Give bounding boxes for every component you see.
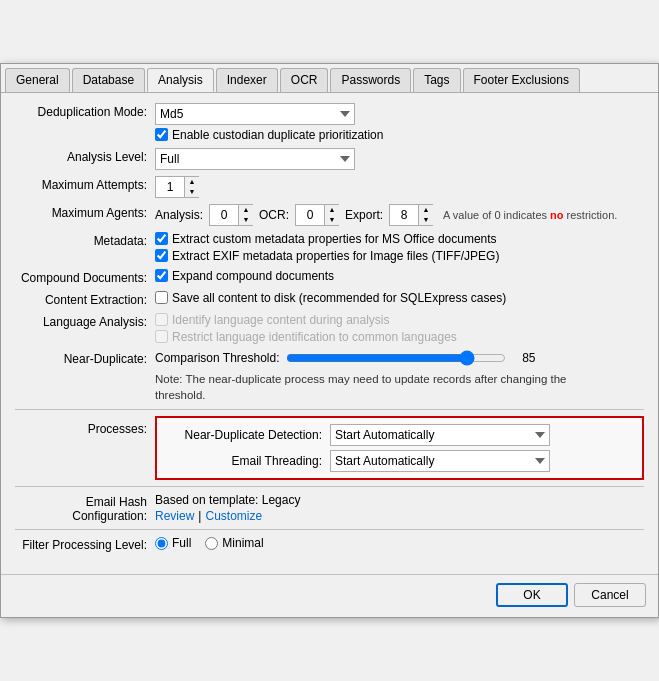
max-agents-fields: Analysis: 0 ▲ ▼ OCR: 0 ▲ ▼ bbox=[155, 204, 644, 226]
export-input[interactable]: 8 bbox=[390, 205, 418, 225]
tab-database[interactable]: Database bbox=[72, 68, 145, 92]
tab-general[interactable]: General bbox=[5, 68, 70, 92]
metadata-label: Metadata: bbox=[15, 232, 155, 248]
exif-checkbox[interactable] bbox=[155, 249, 168, 262]
ocr-input[interactable]: 0 bbox=[296, 205, 324, 225]
email-threading-dropdown[interactable]: Start Automatically Don't Start Start Ma… bbox=[330, 450, 550, 472]
near-dup-detection-dropdown[interactable]: Start Automatically Don't Start Start Ma… bbox=[330, 424, 550, 446]
ms-office-label: Extract custom metadata properties for M… bbox=[172, 232, 497, 246]
deduplication-dropdown[interactable]: Md5 bbox=[155, 103, 355, 125]
minimal-radio[interactable] bbox=[205, 537, 218, 550]
near-duplicate-row: Near-Duplicate: Comparison Threshold: 85… bbox=[15, 350, 644, 403]
ms-office-checkbox[interactable] bbox=[155, 232, 168, 245]
minimal-radio-item: Minimal bbox=[205, 536, 263, 550]
ocr-spinbox: 0 ▲ ▼ bbox=[295, 204, 339, 226]
compound-documents-fields: Expand compound documents bbox=[155, 269, 644, 283]
exif-row: Extract EXIF metadata properties for Ima… bbox=[155, 249, 644, 263]
ocr-agent-label: OCR: bbox=[259, 208, 289, 222]
language-analysis-label: Language Analysis: bbox=[15, 313, 155, 329]
analysis-level-fields: Full bbox=[155, 148, 644, 170]
tab-ocr[interactable]: OCR bbox=[280, 68, 329, 92]
analysis-up[interactable]: ▲ bbox=[239, 205, 253, 215]
custodian-checkbox[interactable] bbox=[155, 128, 168, 141]
filter-processing-row: Filter Processing Level: Full Minimal bbox=[15, 536, 644, 552]
full-radio-label: Full bbox=[172, 536, 191, 550]
max-agents-label: Maximum Agents: bbox=[15, 204, 155, 220]
ocr-up[interactable]: ▲ bbox=[325, 205, 339, 215]
email-hash-row: Email Hash Configuration: Based on templ… bbox=[15, 493, 644, 523]
email-hash-links: Review | Customize bbox=[155, 509, 644, 523]
analysis-spinbuttons: ▲ ▼ bbox=[238, 205, 253, 225]
radio-row: Full Minimal bbox=[155, 536, 644, 550]
max-attempts-spinbox: 1 ▲ ▼ bbox=[155, 176, 199, 198]
near-dup-detection-label: Near-Duplicate Detection: bbox=[165, 428, 330, 442]
max-agents-row: Maximum Agents: Analysis: 0 ▲ ▼ OCR: 0 bbox=[15, 204, 644, 226]
analysis-level-row: Analysis Level: Full bbox=[15, 148, 644, 170]
tab-bar: General Database Analysis Indexer OCR Pa… bbox=[1, 64, 658, 93]
analysis-level-dropdown[interactable]: Full bbox=[155, 148, 355, 170]
tab-content: Deduplication Mode: Md5 Enable custodian… bbox=[1, 93, 658, 568]
content-extraction-label: Content Extraction: bbox=[15, 291, 155, 307]
ocr-spinbuttons: ▲ ▼ bbox=[324, 205, 339, 225]
restrict-checkbox[interactable] bbox=[155, 330, 168, 343]
processes-label: Processes: bbox=[15, 416, 155, 436]
max-attempts-row: Maximum Attempts: 1 ▲ ▼ bbox=[15, 176, 644, 198]
analysis-level-label: Analysis Level: bbox=[15, 148, 155, 164]
max-attempts-input[interactable]: 1 bbox=[156, 177, 184, 197]
agents-row: Analysis: 0 ▲ ▼ OCR: 0 ▲ ▼ bbox=[155, 204, 644, 226]
custodian-row: Enable custodian duplicate prioritizatio… bbox=[155, 128, 644, 142]
max-attempts-label: Maximum Attempts: bbox=[15, 176, 155, 192]
export-down[interactable]: ▼ bbox=[419, 215, 433, 225]
full-radio[interactable] bbox=[155, 537, 168, 550]
ms-office-row: Extract custom metadata properties for M… bbox=[155, 232, 644, 246]
expand-checkbox[interactable] bbox=[155, 269, 168, 282]
export-up[interactable]: ▲ bbox=[419, 205, 433, 215]
tab-passwords[interactable]: Passwords bbox=[330, 68, 411, 92]
deduplication-fields: Md5 Enable custodian duplicate prioritiz… bbox=[155, 103, 644, 142]
content-extraction-row: Content Extraction: Save all content to … bbox=[15, 291, 644, 307]
metadata-row: Metadata: Extract custom metadata proper… bbox=[15, 232, 644, 263]
email-threading-row: Email Threading: Start Automatically Don… bbox=[165, 450, 634, 472]
email-hash-label: Email Hash Configuration: bbox=[15, 493, 155, 523]
filter-processing-fields: Full Minimal bbox=[155, 536, 644, 550]
near-duplicate-fields: Comparison Threshold: 85 Note: The near-… bbox=[155, 350, 644, 403]
email-hash-fields: Based on template: Legacy Review | Custo… bbox=[155, 493, 644, 523]
analysis-agent-label: Analysis: bbox=[155, 208, 203, 222]
comparison-threshold-label: Comparison Threshold: bbox=[155, 351, 280, 365]
customize-link[interactable]: Customize bbox=[205, 509, 262, 523]
separator-1 bbox=[15, 409, 644, 410]
deduplication-row: Deduplication Mode: Md5 Enable custodian… bbox=[15, 103, 644, 142]
link-separator: | bbox=[198, 509, 201, 523]
review-link[interactable]: Review bbox=[155, 509, 194, 523]
analysis-input[interactable]: 0 bbox=[210, 205, 238, 225]
cancel-button[interactable]: Cancel bbox=[574, 583, 646, 607]
minimal-radio-label: Minimal bbox=[222, 536, 263, 550]
filter-processing-label: Filter Processing Level: bbox=[15, 536, 155, 552]
processes-box: Near-Duplicate Detection: Start Automati… bbox=[155, 416, 644, 480]
compound-documents-row: Compound Documents: Expand compound docu… bbox=[15, 269, 644, 285]
max-attempts-spinbuttons: ▲ ▼ bbox=[184, 177, 199, 197]
max-attempts-down[interactable]: ▼ bbox=[185, 187, 199, 197]
tab-tags[interactable]: Tags bbox=[413, 68, 460, 92]
threshold-slider[interactable] bbox=[286, 350, 506, 366]
restrict-label: Restrict language identification to comm… bbox=[172, 330, 457, 344]
threshold-value: 85 bbox=[512, 351, 536, 365]
ok-button[interactable]: OK bbox=[496, 583, 568, 607]
tab-analysis[interactable]: Analysis bbox=[147, 68, 214, 92]
email-hash-template-line: Based on template: Legacy bbox=[155, 493, 644, 507]
save-content-label: Save all content to disk (recommended fo… bbox=[172, 291, 506, 305]
max-attempts-up[interactable]: ▲ bbox=[185, 177, 199, 187]
metadata-fields: Extract custom metadata properties for M… bbox=[155, 232, 644, 263]
based-on-label: Based on template: bbox=[155, 493, 258, 507]
tab-indexer[interactable]: Indexer bbox=[216, 68, 278, 92]
save-content-checkbox[interactable] bbox=[155, 291, 168, 304]
tab-footer-exclusions[interactable]: Footer Exclusions bbox=[463, 68, 580, 92]
save-content-row: Save all content to disk (recommended fo… bbox=[155, 291, 644, 305]
restrict-row: Restrict language identification to comm… bbox=[155, 330, 644, 344]
bottom-bar: OK Cancel bbox=[1, 574, 658, 617]
language-analysis-fields: Identify language content during analysi… bbox=[155, 313, 644, 344]
full-radio-item: Full bbox=[155, 536, 191, 550]
identify-checkbox[interactable] bbox=[155, 313, 168, 326]
ocr-down[interactable]: ▼ bbox=[325, 215, 339, 225]
analysis-down[interactable]: ▼ bbox=[239, 215, 253, 225]
